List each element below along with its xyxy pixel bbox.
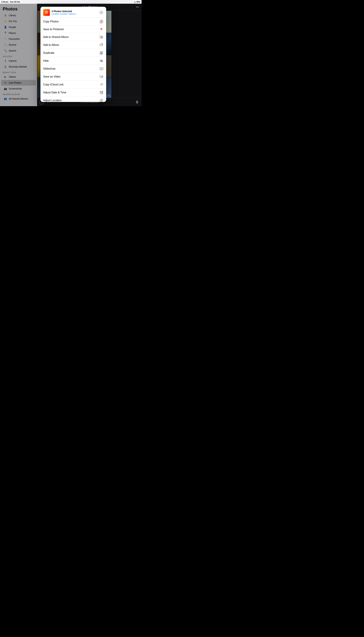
wifi-icon: ▲ [134, 1, 136, 3]
status-time: 2:40 pm [1, 1, 8, 3]
adjust-location-label: Adjust Location [43, 99, 62, 102]
share-close-button[interactable]: ✕ [99, 10, 104, 15]
copy-icloud-link-icon [100, 83, 104, 86]
menu-item-add-to-shared-album[interactable]: Add to Shared Album [40, 33, 106, 41]
adjust-location-icon [100, 99, 104, 102]
share-header-thumbnail: 🖼 [43, 9, 50, 16]
menu-item-adjust-date-time[interactable]: Adjust Date & Time [40, 89, 106, 96]
location-included-label: Location Included [52, 13, 68, 15]
menu-item-copy-photos[interactable]: Copy Photos [40, 18, 106, 26]
menu-item-copy-icloud-link[interactable]: Copy iCloud Link [40, 81, 106, 89]
status-right: ▲ 83% [134, 1, 140, 3]
battery-label: 83% [136, 1, 140, 3]
menu-item-slideshow[interactable]: Slideshow [40, 65, 106, 73]
menu-item-adjust-location[interactable]: Adjust Location [40, 96, 106, 102]
options-link[interactable]: Options › [68, 13, 77, 15]
slideshow-icon [100, 67, 104, 70]
status-bar: 2:40 pm Sun 26 Feb ▲ 83% [0, 0, 142, 4]
share-menu-list: Copy Photos Save to Pinterest P Add to S… [40, 18, 106, 102]
hide-icon [100, 59, 104, 62]
svg-point-16 [101, 100, 102, 101]
adjust-date-time-icon [100, 91, 104, 94]
shared-album-icon [100, 36, 104, 39]
copy-photos-icon [100, 20, 104, 23]
menu-item-save-as-video[interactable]: Save as Video [40, 73, 106, 81]
duplicate-icon [100, 51, 104, 54]
pinterest-icon: P [100, 28, 104, 31]
adjust-date-time-label: Adjust Date & Time [43, 91, 66, 94]
svg-rect-4 [100, 44, 102, 46]
duplicate-label: Duplicate [43, 52, 54, 54]
add-to-shared-album-label: Add to Shared Album [43, 36, 68, 38]
add-to-album-label: Add to Album [43, 44, 59, 46]
svg-point-3 [101, 36, 102, 37]
svg-marker-11 [101, 68, 102, 69]
add-to-album-icon [100, 43, 104, 47]
menu-item-duplicate[interactable]: Duplicate [40, 49, 106, 57]
save-as-video-icon [100, 75, 104, 78]
share-header-title: 3 Photos Selected [52, 10, 99, 13]
share-sheet-modal: 🖼 3 Photos Selected Location Included Op… [40, 7, 106, 102]
hide-label: Hide [43, 59, 49, 62]
copy-icloud-link-label: Copy iCloud Link [43, 83, 64, 86]
svg-rect-5 [101, 52, 103, 54]
share-header-subtitle: Location Included Options › [52, 13, 99, 15]
menu-item-save-to-pinterest[interactable]: Save to Pinterest P [40, 26, 106, 33]
slideshow-label: Slideshow [43, 67, 56, 70]
status-date: Sun 26 Feb [10, 1, 20, 3]
menu-item-add-to-album[interactable]: Add to Album [40, 41, 106, 49]
share-sheet-header: 🖼 3 Photos Selected Location Included Op… [40, 7, 106, 18]
copy-photos-label: Copy Photos [43, 20, 59, 23]
share-header-info: 3 Photos Selected Location Included Opti… [52, 10, 99, 15]
svg-rect-12 [100, 76, 102, 78]
menu-item-hide[interactable]: Hide [40, 57, 106, 65]
status-left: 2:40 pm Sun 26 Feb [1, 1, 20, 3]
save-to-pinterest-label: Save to Pinterest [43, 28, 64, 31]
save-as-video-label: Save as Video [43, 75, 60, 78]
